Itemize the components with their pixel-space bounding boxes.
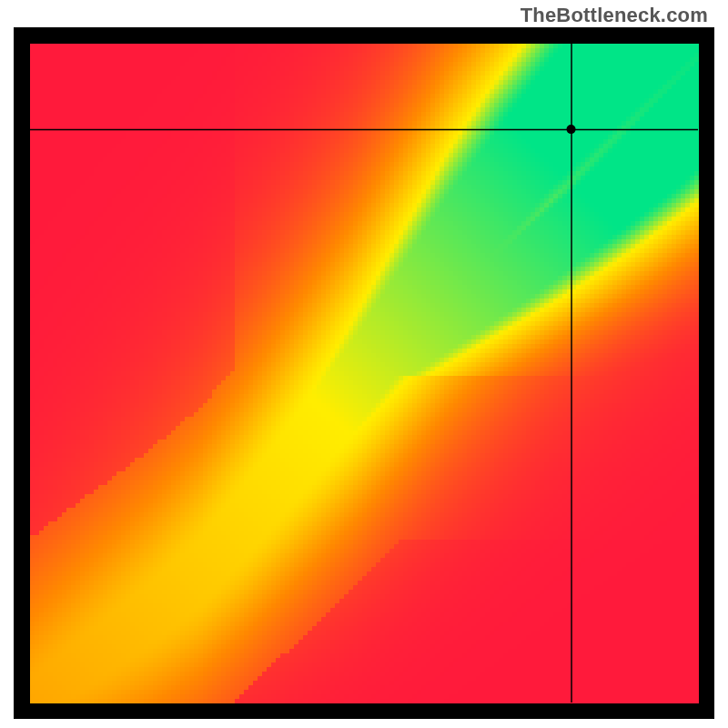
chart-container: TheBottleneck.com [0,0,728,728]
heatmap-canvas [14,27,714,719]
chart-frame [14,27,714,719]
watermark-text: TheBottleneck.com [521,4,708,27]
